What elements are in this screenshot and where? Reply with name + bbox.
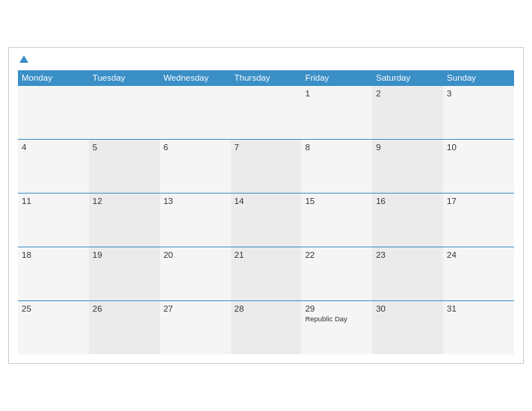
calendar-cell: 9 bbox=[372, 139, 443, 193]
calendar-cell: 5 bbox=[89, 139, 160, 193]
calendar-cell: 20 bbox=[160, 247, 231, 300]
weekday-header-friday: Friday bbox=[301, 70, 372, 86]
day-number: 25 bbox=[22, 304, 85, 313]
day-number: 16 bbox=[376, 197, 439, 206]
day-number: 7 bbox=[235, 143, 298, 152]
weekday-header-thursday: Thursday bbox=[231, 70, 302, 86]
day-number: 26 bbox=[93, 304, 156, 313]
calendar-cell: 26 bbox=[89, 300, 160, 354]
calendar-cell: 31 bbox=[443, 300, 514, 354]
day-number: 18 bbox=[22, 250, 85, 259]
day-number: 12 bbox=[93, 197, 156, 206]
calendar-cell: 6 bbox=[160, 139, 231, 193]
day-number: 24 bbox=[447, 250, 510, 259]
calendar-cell: 11 bbox=[18, 193, 89, 247]
day-number: 8 bbox=[305, 143, 368, 152]
day-number: 9 bbox=[376, 143, 439, 152]
day-number: 21 bbox=[235, 250, 298, 259]
calendar-cell bbox=[18, 85, 89, 139]
day-number: 10 bbox=[447, 143, 510, 152]
calendar-cell: 2 bbox=[372, 85, 443, 139]
calendar-cell bbox=[89, 85, 160, 139]
day-number: 13 bbox=[164, 197, 227, 206]
day-number: 17 bbox=[447, 197, 510, 206]
calendar-container: MondayTuesdayWednesdayThursdayFridaySatu… bbox=[8, 47, 524, 365]
calendar-cell: 23 bbox=[372, 247, 443, 300]
day-number: 14 bbox=[235, 197, 298, 206]
calendar-cell: 17 bbox=[443, 193, 514, 247]
calendar-cell: 15 bbox=[301, 193, 372, 247]
day-number: 2 bbox=[376, 89, 439, 98]
calendar-header bbox=[18, 55, 514, 64]
day-number: 29 bbox=[305, 304, 368, 313]
calendar-cell: 14 bbox=[231, 193, 302, 247]
week-row-3: 11121314151617 bbox=[18, 193, 514, 247]
day-number: 28 bbox=[235, 304, 298, 313]
calendar-cell: 13 bbox=[160, 193, 231, 247]
day-number: 31 bbox=[447, 304, 510, 313]
day-number: 3 bbox=[447, 89, 510, 98]
calendar-cell: 19 bbox=[89, 247, 160, 300]
calendar-cell: 29Republic Day bbox=[301, 300, 372, 354]
week-row-2: 45678910 bbox=[18, 139, 514, 193]
calendar-cell: 7 bbox=[231, 139, 302, 193]
day-number: 30 bbox=[376, 304, 439, 313]
calendar-table: MondayTuesdayWednesdayThursdayFridaySatu… bbox=[18, 70, 514, 355]
logo-triangle-icon bbox=[19, 55, 28, 63]
calendar-cell: 24 bbox=[443, 247, 514, 300]
calendar-cell: 1 bbox=[301, 85, 372, 139]
calendar-cell: 28 bbox=[231, 300, 302, 354]
logo bbox=[18, 55, 28, 64]
weekday-header-wednesday: Wednesday bbox=[160, 70, 231, 86]
calendar-cell: 18 bbox=[18, 247, 89, 300]
calendar-cell: 16 bbox=[372, 193, 443, 247]
calendar-cell bbox=[160, 85, 231, 139]
calendar-cell: 8 bbox=[301, 139, 372, 193]
day-number: 4 bbox=[22, 143, 85, 152]
weekday-header-saturday: Saturday bbox=[372, 70, 443, 86]
day-number: 11 bbox=[22, 197, 85, 206]
week-row-1: 123 bbox=[18, 85, 514, 139]
calendar-cell: 27 bbox=[160, 300, 231, 354]
weekday-header-row: MondayTuesdayWednesdayThursdayFridaySatu… bbox=[18, 70, 514, 86]
calendar-cell: 10 bbox=[443, 139, 514, 193]
day-number: 20 bbox=[164, 250, 227, 259]
calendar-cell: 25 bbox=[18, 300, 89, 354]
holiday-label: Republic Day bbox=[305, 315, 368, 323]
calendar-cell: 4 bbox=[18, 139, 89, 193]
calendar-cell: 21 bbox=[231, 247, 302, 300]
weekday-header-tuesday: Tuesday bbox=[89, 70, 160, 86]
day-number: 1 bbox=[305, 89, 368, 98]
weekday-header-monday: Monday bbox=[18, 70, 89, 86]
day-number: 27 bbox=[164, 304, 227, 313]
week-row-5: 2526272829Republic Day3031 bbox=[18, 300, 514, 354]
day-number: 15 bbox=[305, 197, 368, 206]
calendar-cell: 30 bbox=[372, 300, 443, 354]
calendar-cell: 22 bbox=[301, 247, 372, 300]
weekday-header-sunday: Sunday bbox=[443, 70, 514, 86]
day-number: 19 bbox=[93, 250, 156, 259]
day-number: 6 bbox=[164, 143, 227, 152]
day-number: 23 bbox=[376, 250, 439, 259]
week-row-4: 18192021222324 bbox=[18, 247, 514, 300]
day-number: 22 bbox=[305, 250, 368, 259]
calendar-cell: 12 bbox=[89, 193, 160, 247]
calendar-cell bbox=[231, 85, 302, 139]
calendar-cell: 3 bbox=[443, 85, 514, 139]
day-number: 5 bbox=[93, 143, 156, 152]
